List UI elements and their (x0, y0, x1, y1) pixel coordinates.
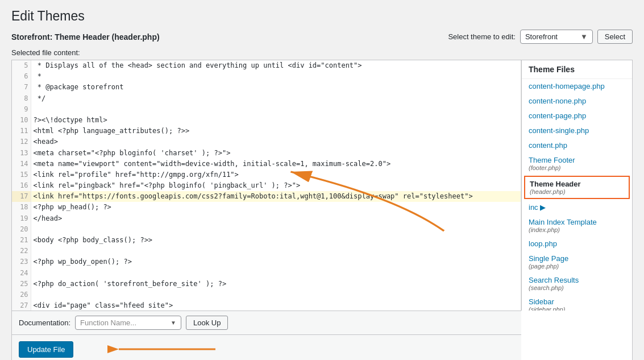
selected-file-label: Selected file content: (11, 48, 633, 57)
line-number: 23 (12, 256, 31, 267)
lookup-button[interactable]: Look Up (186, 316, 228, 330)
code-line: 23<?php wp_body_open(); ?> (12, 256, 521, 267)
sidebar-item[interactable]: content-single.php (522, 123, 632, 138)
theme-select-dropdown[interactable]: Storefront ▼ (520, 30, 593, 44)
code-line: 20 (12, 224, 521, 235)
code-line: 12<head> (12, 136, 521, 147)
doc-label: Documentation: (19, 318, 70, 327)
sidebar-item-name: Sidebar (529, 297, 625, 306)
theme-select-area: Select theme to edit: Storefront ▼ Selec… (448, 30, 633, 44)
editor-scroll[interactable]: 5 * Displays all of the <head> section a… (12, 60, 521, 311)
sidebar-item[interactable]: content-none.php (522, 94, 632, 109)
code-line: 15<link rel="profile" href="http://gmpg.… (12, 169, 521, 180)
page-wrapper: Edit Themes Storefront: Theme Header (he… (0, 0, 644, 360)
line-content: <link href="https://fonts.googleapis.com… (31, 191, 521, 202)
code-line: 22 (12, 246, 521, 256)
file-heading: Storefront: Theme Header (header.php) (11, 32, 160, 42)
code-line: 6 * (12, 71, 521, 82)
line-content: <link rel="pingback" href="<?php bloginf… (31, 180, 521, 191)
code-line: 9 (12, 104, 521, 115)
sidebar-item[interactable]: Single Page(page.php) (522, 251, 632, 273)
code-line: 19</head> (12, 213, 521, 224)
sidebar-item[interactable]: inc ▶ (522, 200, 632, 215)
line-content (31, 246, 521, 256)
sidebar-item[interactable]: content-homepage.php (522, 79, 632, 94)
sidebar-item-name: content-homepage.php (529, 82, 625, 90)
sidebar-item-name: content-none.php (529, 97, 625, 105)
sidebar-item[interactable]: Theme Footer(footer.php) (522, 153, 632, 175)
sidebar-item-name: Search Results (529, 276, 625, 284)
line-number: 27 (12, 300, 31, 311)
sidebar-item[interactable]: content-page.php (522, 109, 632, 123)
doc-footer: Documentation: Function Name... ▼ Look U… (12, 311, 521, 334)
line-number: 18 (12, 202, 31, 213)
sidebar-item-file: (footer.php) (529, 164, 625, 171)
code-line: 25<?php do_action( 'storefront_before_si… (12, 279, 521, 289)
line-content: ?><\!doctype html> (31, 115, 521, 126)
code-editor[interactable]: 5 * Displays all of the <head> section a… (12, 60, 521, 311)
line-number: 26 (12, 289, 31, 300)
line-content: <?php wp_body_open(); ?> (31, 256, 521, 267)
sidebar-item-name: content.php (529, 141, 625, 150)
line-content: * @package storefront (31, 82, 521, 93)
sidebar-item[interactable]: Search Results(search.php) (522, 273, 632, 295)
line-content: <body <?php body_class(); ?>> (31, 235, 521, 246)
line-number: 11 (12, 126, 31, 136)
line-content (31, 224, 521, 235)
sidebar-item-name: content-page.php (529, 111, 625, 120)
doc-select-placeholder: Function Name... (80, 318, 136, 327)
code-line: 17<link href="https://fonts.googleapis.c… (12, 191, 521, 202)
line-number: 15 (12, 169, 31, 180)
code-line: 11<html <?php language_attributes(); ?>> (12, 126, 521, 136)
sidebar-title: Theme Files (522, 60, 632, 79)
line-number: 7 (12, 82, 31, 93)
line-content: <?php do_action( 'storefront_before_site… (31, 279, 521, 289)
update-footer: Update File (12, 334, 521, 360)
line-content: <head> (31, 136, 521, 147)
line-number: 9 (12, 104, 31, 115)
line-number: 13 (12, 148, 31, 159)
code-line: 10?><\!doctype html> (12, 115, 521, 126)
sidebar-item[interactable]: loop.php (522, 237, 632, 251)
top-bar: Storefront: Theme Header (header.php) Se… (11, 30, 633, 44)
sidebar-item-name: Single Page (529, 254, 625, 263)
line-number: 12 (12, 136, 31, 147)
line-number: 16 (12, 180, 31, 191)
theme-select-label: Select theme to edit: (448, 32, 516, 41)
code-line: 5 * Displays all of the <head> section a… (12, 60, 521, 71)
line-number: 17 (12, 191, 31, 202)
line-content: <link rel="profile" href="http://gmpg.or… (31, 169, 521, 180)
code-line: 16<link rel="pingback" href="<?php blogi… (12, 180, 521, 191)
sidebar-item-file: (sidebar.php) (529, 306, 625, 311)
line-number: 24 (12, 268, 31, 279)
sidebar-item-name: Theme Footer (529, 156, 625, 164)
sidebar-items: content-homepage.phpcontent-none.phpcont… (522, 79, 632, 311)
line-number: 25 (12, 279, 31, 289)
code-line: 13<meta charset="<?php bloginfo( 'charse… (12, 148, 521, 159)
select-button[interactable]: Select (597, 30, 633, 44)
theme-name: Storefront (525, 32, 558, 41)
sidebar-item[interactable]: Theme Header(header.php) (524, 176, 630, 199)
sidebar-item[interactable]: Main Index Template(index.php) (522, 215, 632, 237)
sidebar-item-name: Main Index Template (529, 218, 625, 226)
sidebar-item[interactable]: Sidebar(sidebar.php) (522, 295, 632, 311)
line-number: 5 (12, 60, 31, 71)
line-content: * (31, 71, 521, 82)
line-content: */ (31, 93, 521, 104)
line-number: 21 (12, 235, 31, 246)
line-content: <meta charset="<?php bloginfo( 'charset'… (31, 148, 521, 159)
line-number: 19 (12, 213, 31, 224)
line-content: <meta name="viewport" content="width=dev… (31, 159, 521, 169)
sidebar-item-file: (page.php) (529, 263, 625, 270)
line-content (31, 268, 521, 279)
sidebar-item-file: (search.php) (529, 284, 625, 291)
update-file-button[interactable]: Update File (19, 341, 73, 358)
line-content (31, 289, 521, 300)
code-line: 21<body <?php body_class(); ?>> (12, 235, 521, 246)
line-number: 22 (12, 246, 31, 256)
sidebar-item-file: (index.php) (529, 226, 625, 233)
sidebar-item[interactable]: content.php (522, 138, 632, 153)
code-line: 18<?php wp_head(); ?> (12, 202, 521, 213)
sidebar-item-name: inc ▶ (529, 203, 625, 212)
doc-select[interactable]: Function Name... ▼ (75, 316, 181, 330)
